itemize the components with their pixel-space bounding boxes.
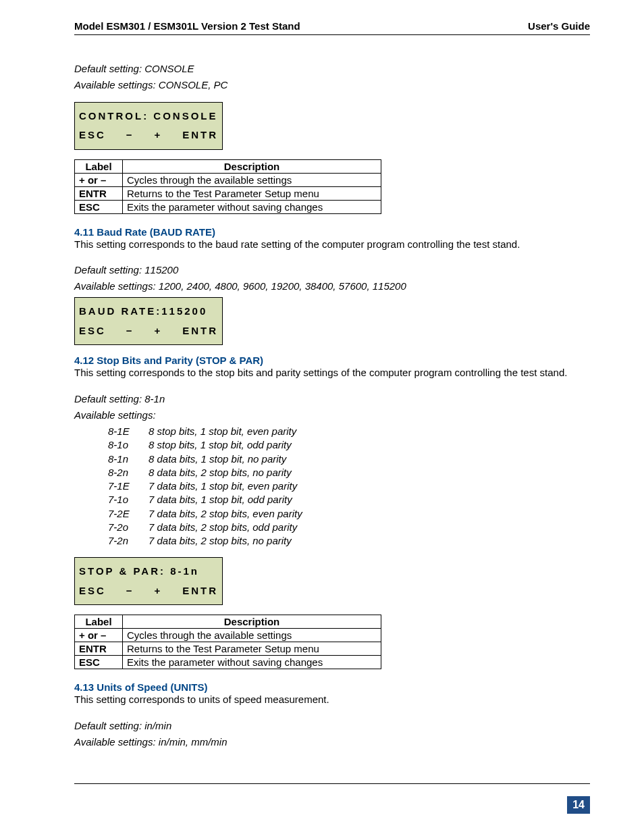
section-411-default: Default setting: 115200: [74, 263, 590, 277]
lcd-line1: BAUD RATE:115200: [79, 302, 207, 321]
setting-desc: 7 data bits, 2 stop bits, even parity: [149, 507, 302, 521]
lcd-plus: +: [154, 126, 162, 145]
lcd-line1: CONTROL: CONSOLE: [79, 107, 218, 126]
td-label: ENTR: [75, 642, 123, 656]
header-right: User's Guide: [528, 20, 590, 32]
td-desc: Exits the parameter without saving chang…: [123, 656, 381, 669]
section-412-default: Default setting: 8-1n: [74, 392, 590, 406]
lcd-minus: −: [126, 321, 134, 341]
lcd-minus: −: [126, 126, 134, 145]
page-footer: 14: [74, 783, 590, 814]
setting-code: 7-2E: [108, 507, 149, 521]
setting-desc: 8 data bits, 1 stop bit, no parity: [149, 452, 286, 466]
td-label: + or –: [75, 629, 123, 642]
section-412-available: Available settings:: [74, 409, 590, 422]
lcd-baud: BAUD RATE:115200 ESC − + ENTR: [74, 297, 223, 345]
intro-default: Default setting: CONSOLE: [74, 62, 590, 76]
page-number: 14: [567, 796, 590, 814]
setting-desc: 8 data bits, 2 stop bits, no parity: [149, 466, 292, 479]
section-413-default: Default setting: in/min: [74, 719, 590, 733]
th-label: Label: [75, 615, 123, 629]
lcd-plus: +: [154, 581, 162, 601]
th-desc: Description: [123, 615, 381, 629]
td-desc: Returns to the Test Parameter Setup menu: [123, 642, 381, 656]
table-control: LabelDescription + or –Cycles through th…: [74, 159, 381, 214]
setting-desc: 7 data bits, 1 stop bit, odd parity: [149, 493, 292, 506]
lcd-entr: ENTR: [182, 126, 218, 145]
th-label: Label: [75, 159, 123, 173]
section-413-text: This setting corresponds to units of spe…: [74, 693, 590, 706]
setting-code: 7-2o: [108, 521, 149, 534]
td-label: + or –: [75, 173, 123, 186]
page-header: Model ESM301 / ESM301L Version 2 Test St…: [74, 20, 590, 35]
lcd-minus: −: [126, 581, 134, 601]
setting-code: 7-1E: [108, 479, 149, 493]
td-desc: Exits the parameter without saving chang…: [123, 200, 381, 213]
lcd-esc: ESC: [79, 321, 106, 341]
section-411-available: Available settings: 1200, 2400, 4800, 96…: [74, 280, 590, 293]
setting-code: 7-2n: [108, 534, 149, 548]
setting-desc: 7 data bits, 2 stop bits, odd parity: [149, 521, 297, 534]
section-411-title: 4.11 Baud Rate (BAUD RATE): [74, 226, 590, 238]
setting-desc: 8 stop bits, 1 stop bit, even parity: [149, 425, 296, 438]
setting-desc: 7 data bits, 2 stop bits, no parity: [149, 534, 292, 548]
setting-code: 8-1n: [108, 452, 149, 466]
lcd-esc: ESC: [79, 126, 106, 145]
section-412-title: 4.12 Stop Bits and Parity (STOP & PAR): [74, 355, 590, 366]
lcd-entr: ENTR: [182, 581, 218, 601]
setting-code: 8-1E: [108, 425, 149, 438]
lcd-esc: ESC: [79, 581, 106, 601]
td-label: ENTR: [75, 186, 123, 200]
setting-code: 8-2n: [108, 466, 149, 479]
section-411-text: This setting corresponds to the baud rat…: [74, 238, 590, 251]
header-left: Model ESM301 / ESM301L Version 2 Test St…: [74, 20, 300, 32]
setting-code: 7-1o: [108, 493, 149, 506]
setting-desc: 7 data bits, 1 stop bit, even parity: [149, 479, 297, 493]
setting-code: 8-1o: [108, 438, 149, 452]
section-413-title: 4.13 Units of Speed (UNITS): [74, 681, 590, 693]
td-label: ESC: [75, 200, 123, 213]
table-stop-par: LabelDescription + or –Cycles through th…: [74, 615, 381, 669]
section-413-available: Available settings: in/min, mm/min: [74, 735, 590, 749]
lcd-control: CONTROL: CONSOLE ESC − + ENTR: [74, 102, 223, 150]
lcd-plus: +: [154, 321, 162, 341]
lcd-entr: ENTR: [182, 321, 218, 341]
td-desc: Cycles through the available settings: [123, 629, 381, 642]
th-desc: Description: [123, 159, 381, 173]
settings-list: 8-1E8 stop bits, 1 stop bit, even parity…: [108, 425, 590, 548]
intro-available: Available settings: CONSOLE, PC: [74, 78, 590, 92]
td-desc: Cycles through the available settings: [123, 173, 381, 186]
section-412-text: This setting corresponds to the stop bit…: [74, 366, 590, 380]
td-label: ESC: [75, 656, 123, 669]
setting-desc: 8 stop bits, 1 stop bit, odd parity: [149, 438, 292, 452]
lcd-line1: STOP & PAR: 8-1n: [79, 562, 199, 581]
td-desc: Returns to the Test Parameter Setup menu: [123, 186, 381, 200]
lcd-stop-par: STOP & PAR: 8-1n ESC − + ENTR: [74, 557, 223, 605]
